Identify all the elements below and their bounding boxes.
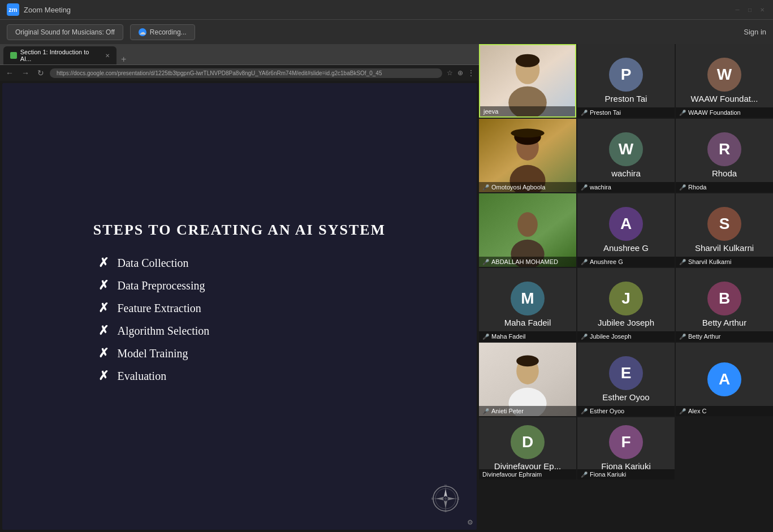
- new-tab-button[interactable]: +: [118, 54, 129, 64]
- participant-tile-betty[interactable]: B Betty Arthur 🎤 Betty Arthur: [676, 268, 773, 341]
- slide-title: Steps to creating an AI system: [93, 222, 386, 239]
- tab-favicon-icon: [10, 52, 17, 59]
- reload-button[interactable]: ↻: [35, 67, 46, 79]
- fiona-name-bar: 🎤 Fiona Kariuki: [577, 469, 675, 479]
- participant-tile-esther[interactable]: E Esther Oyoo 🎤 Esther Oyoo: [577, 343, 675, 416]
- recording-label: Recording...: [150, 28, 187, 36]
- sharvil-avatar: S: [707, 207, 741, 241]
- esther-avatar: E: [609, 356, 643, 390]
- esther-name-top: Esther Oyoo: [599, 390, 653, 402]
- participant-tile-jubilee[interactable]: J Jubilee Joseph 🎤 Jubilee Joseph: [577, 268, 675, 341]
- betty-avatar: B: [707, 282, 741, 315]
- meeting-toolbar: Original Sound for Musicians: Off ☁ Reco…: [0, 19, 773, 44]
- esther-name-bar: 🎤 Esther Oyoo: [577, 406, 675, 416]
- waaw-name-label: WAAW Foundation: [688, 109, 741, 116]
- anushree-avatar: A: [609, 207, 643, 241]
- participant-tile-wachira[interactable]: W wachira 🎤 wachira: [577, 119, 675, 192]
- svg-text:N: N: [444, 485, 447, 487]
- maha-muted-icon: 🎤: [482, 334, 489, 340]
- participant-tile-maha[interactable]: M Maha Fadeil 🎤 Maha Fadeil: [479, 268, 576, 341]
- tab-close-icon[interactable]: ✕: [105, 53, 110, 59]
- minimize-button[interactable]: ─: [733, 6, 741, 14]
- svg-text:W: W: [431, 497, 434, 500]
- jeeva-name-label: jeeva: [483, 108, 498, 115]
- fiona-name-label: Fiona Kariuki: [590, 471, 626, 478]
- wachira-avatar: W: [609, 132, 643, 166]
- anieti-name-label: Anieti Peter: [491, 408, 524, 414]
- slide-items-list: ✗ Data Collection ✗ Data Preprocessing ✗…: [98, 256, 381, 391]
- jubilee-name-bar: 🎤 Jubilee Joseph: [577, 331, 675, 341]
- sign-in-button[interactable]: Sign in: [744, 28, 766, 36]
- waaw-avatar: W: [707, 58, 741, 92]
- slide-x-icon-6: ✗: [98, 369, 109, 383]
- abdallah-muted-icon: 🎤: [482, 259, 489, 265]
- betty-name-bar: 🎤 Betty Arthur: [676, 331, 773, 341]
- recording-cloud-icon: ☁: [139, 28, 146, 36]
- address-bar[interactable]: https://docs.google.com/presentation/d/1…: [50, 68, 442, 78]
- close-button[interactable]: ✕: [758, 6, 766, 14]
- alex-avatar: A: [707, 362, 741, 396]
- participant-tile-jeeva[interactable]: jeeva: [479, 44, 576, 118]
- participant-tile-waaw[interactable]: W WAAW Foundat... 🎤 WAAW Foundation: [676, 44, 773, 118]
- slide-item-text-3: Feature Extraction: [118, 302, 201, 315]
- divinefavour-name-label: Divinefavour Ephraim: [482, 471, 542, 478]
- maha-name-bar: 🎤 Maha Fadeil: [479, 331, 576, 341]
- recording-button[interactable]: ☁ Recording...: [130, 24, 195, 40]
- participant-tile-omotoyosi[interactable]: 🎤 Omotoyosi Agboola: [479, 119, 576, 192]
- slide-item-6: ✗ Evaluation: [98, 369, 381, 383]
- title-bar: zm Zoom Meeting ─ □ ✕: [0, 0, 773, 19]
- slide-item-5: ✗ Model Training: [98, 346, 381, 361]
- participant-tile-fiona[interactable]: F Fiona Kariuki 🎤 Fiona Kariuki: [577, 417, 675, 479]
- svg-marker-5: [444, 500, 447, 508]
- browser-actions: ☆ ⊕ ⋮: [446, 68, 476, 78]
- browser-tab-active[interactable]: Section 1: Introduction to AI... ✕: [3, 46, 116, 64]
- waaw-name-top: WAAW Foundat...: [688, 92, 762, 103]
- sharvil-muted-icon: 🎤: [679, 259, 686, 265]
- participant-tile-divinefavour[interactable]: D Divinefavour Ep... Divinefavour Ephrai…: [479, 417, 576, 479]
- alex-name-bar: 🎤 Alex C: [676, 406, 773, 416]
- slide-item-text-2: Data Preprocessing: [118, 279, 205, 292]
- participant-tile-anushree[interactable]: A Anushree G 🎤 Anushree G: [577, 193, 675, 267]
- rhoda-name-bar: 🎤 Rhoda: [676, 182, 773, 192]
- presentation-area: Section 1: Introduction to AI... ✕ + ← →…: [0, 44, 479, 532]
- participant-tile-rhoda[interactable]: R Rhoda 🎤 Rhoda: [676, 119, 773, 192]
- browser-zoom-icon[interactable]: ⊕: [456, 68, 464, 78]
- participant-tile-preston[interactable]: P Preston Tai 🎤 Preston Tai: [577, 44, 675, 118]
- slide-item-4: ✗ Algorithm Selection: [98, 323, 381, 338]
- rhoda-name-label: Rhoda: [688, 184, 706, 191]
- zoom-logo-icon: zm: [7, 3, 19, 16]
- divinefavour-name-bar: Divinefavour Ephraim: [479, 469, 576, 479]
- original-sound-button[interactable]: Original Sound for Musicians: Off: [7, 24, 123, 40]
- forward-button[interactable]: →: [19, 67, 32, 79]
- omotoyosi-name-label: Omotoyosi Agboola: [491, 184, 545, 191]
- svg-marker-4: [444, 489, 447, 497]
- anushree-muted-icon: 🎤: [581, 259, 588, 265]
- rhoda-name-top: Rhoda: [709, 166, 740, 178]
- wachira-name-bar: 🎤 wachira: [577, 182, 675, 192]
- anushree-name-top: Anushree G: [600, 241, 652, 253]
- slide-item-text-6: Evaluation: [118, 370, 167, 383]
- maximize-button[interactable]: □: [746, 6, 754, 14]
- betty-muted-icon: 🎤: [679, 334, 686, 340]
- participant-tile-anieti[interactable]: 🎤 Anieti Peter: [479, 343, 576, 416]
- browser-tabs: Section 1: Introduction to AI... ✕ +: [3, 46, 476, 64]
- slide-settings-icon[interactable]: ⚙: [467, 518, 473, 526]
- alex-muted-icon: 🎤: [679, 408, 686, 414]
- svg-point-22: [517, 212, 538, 236]
- preston-name-top: Preston Tai: [602, 92, 651, 103]
- anieti-muted-icon: 🎤: [482, 408, 489, 414]
- url-text: https://docs.google.com/presentation/d/1…: [57, 70, 382, 76]
- omotoyosi-muted-icon: 🎤: [482, 184, 489, 191]
- bookmark-star-icon[interactable]: ☆: [446, 68, 454, 78]
- compass-decoration: N S W E: [431, 485, 460, 513]
- participant-tile-alex[interactable]: A 🎤 Alex C: [676, 343, 773, 416]
- wachira-name-label: wachira: [590, 184, 611, 191]
- svg-point-20: [511, 129, 544, 138]
- abdallah-video: [479, 193, 576, 267]
- divinefavour-name-top: Divinefavour Ep...: [491, 459, 564, 471]
- participant-tile-abdallah[interactable]: 🎤 ABDALLAH MOHAMED: [479, 193, 576, 267]
- browser-menu-icon[interactable]: ⋮: [467, 68, 476, 78]
- participant-tile-sharvil[interactable]: S Sharvil Kulkarni 🎤 Sharvil Kulkarni: [676, 193, 773, 267]
- back-button[interactable]: ←: [3, 67, 16, 79]
- anieti-video: [479, 343, 576, 416]
